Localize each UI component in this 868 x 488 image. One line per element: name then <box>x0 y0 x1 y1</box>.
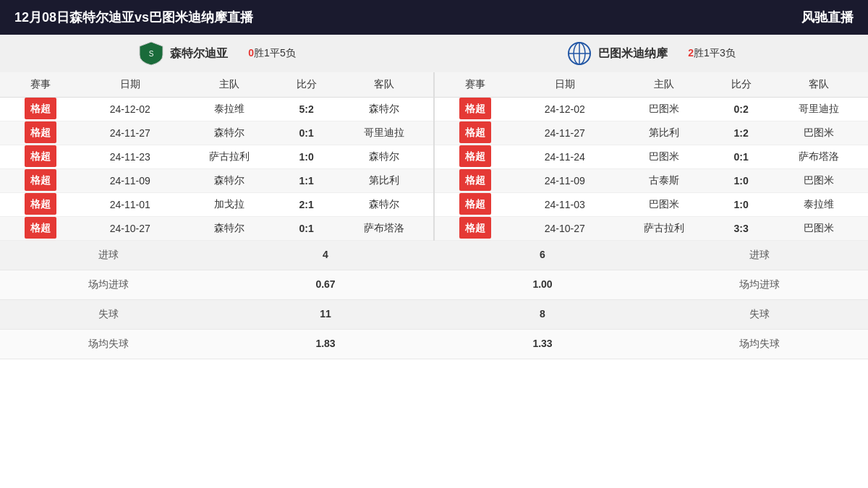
match-date: 24-11-27 <box>80 121 179 145</box>
match-date: 24-11-09 <box>80 169 179 193</box>
match-home: 萨古拉利 <box>614 217 713 241</box>
stat-value-left: 1.83 <box>217 330 434 359</box>
stat-label-right: 失球 <box>651 300 868 329</box>
match-type: 格超 <box>435 169 515 193</box>
match-score: 0:1 <box>278 217 334 241</box>
left-col-match: 赛事 <box>0 72 80 98</box>
match-date: 24-11-23 <box>80 145 179 169</box>
match-home: 第比利 <box>614 121 713 145</box>
stats-row: 失球 11 8 失球 <box>0 300 868 330</box>
match-score: 0:2 <box>713 98 769 121</box>
match-away: 森特尔 <box>334 193 433 217</box>
match-home: 萨古拉利 <box>179 145 278 169</box>
left-table-row: 格超 24-10-27 森特尔 0:1 萨布塔洛 <box>0 217 433 241</box>
match-type: 格超 <box>435 121 515 145</box>
match-date: 24-11-24 <box>515 145 614 169</box>
match-home: 森特尔 <box>179 169 278 193</box>
right-team-name: 巴图米迪纳摩 <box>598 46 668 61</box>
left-col-score: 比分 <box>278 72 334 98</box>
left-matches-table: 赛事 日期 主队 比分 客队 格超 24-12-02 泰拉维 5:2 森特尔 格… <box>0 72 433 241</box>
stats-section: 进球 4 6 进球 场均进球 0.67 1.00 场均进球 失球 11 8 失球… <box>0 241 868 359</box>
match-home: 加戈拉 <box>179 193 278 217</box>
right-table-row: 格超 24-12-02 巴图米 0:2 哥里迪拉 <box>435 98 868 121</box>
match-score: 5:2 <box>278 98 334 121</box>
right-team-record: 2胜1平3负 <box>688 47 735 60</box>
left-col-home: 主队 <box>179 72 278 98</box>
stat-value-right: 8 <box>434 300 651 329</box>
left-team-record: 0胜1平5负 <box>248 47 295 60</box>
match-type: 格超 <box>435 98 515 121</box>
stat-label-right: 场均失球 <box>651 330 868 359</box>
match-date: 24-10-27 <box>515 217 614 241</box>
match-away: 哥里迪拉 <box>769 98 868 121</box>
match-home: 森特尔 <box>179 121 278 145</box>
match-score: 2:1 <box>278 193 334 217</box>
teams-row: S 森特尔迪亚 0胜1平5负 巴图米迪纳摩 2胜1平3负 <box>0 35 868 72</box>
match-score: 1:0 <box>278 145 334 169</box>
stat-label-left: 进球 <box>0 241 217 270</box>
right-col-home: 主队 <box>614 72 713 98</box>
stats-row: 场均失球 1.83 1.33 场均失球 <box>0 330 868 359</box>
match-type: 格超 <box>0 193 80 217</box>
match-score: 0:1 <box>713 145 769 169</box>
match-date: 24-11-27 <box>515 121 614 145</box>
right-table-row: 格超 24-11-27 第比利 1:2 巴图米 <box>435 121 868 145</box>
stat-label-right: 进球 <box>651 241 868 270</box>
stats-row: 进球 4 6 进球 <box>0 241 868 270</box>
match-type: 格超 <box>0 98 80 121</box>
match-away: 巴图米 <box>769 217 868 241</box>
left-team-section: S 森特尔迪亚 0胜1平5负 <box>0 40 434 67</box>
stat-label-left: 场均失球 <box>0 330 217 359</box>
left-table-row: 格超 24-11-09 森特尔 1:1 第比利 <box>0 169 433 193</box>
right-table-row: 格超 24-11-24 巴图米 0:1 萨布塔洛 <box>435 145 868 169</box>
match-away: 第比利 <box>334 169 433 193</box>
right-table-header: 赛事 日期 主队 比分 客队 <box>435 72 868 98</box>
right-table-container: 赛事 日期 主队 比分 客队 格超 24-12-02 巴图米 0:2 哥里迪拉 … <box>435 72 868 241</box>
stat-value-left: 0.67 <box>217 270 434 299</box>
match-type: 格超 <box>0 169 80 193</box>
left-col-date: 日期 <box>80 72 179 98</box>
match-away: 巴图米 <box>769 169 868 193</box>
right-table-row: 格超 24-10-27 萨古拉利 3:3 巴图米 <box>435 217 868 241</box>
right-col-match: 赛事 <box>435 72 515 98</box>
match-away: 泰拉维 <box>769 193 868 217</box>
match-date: 24-11-03 <box>515 193 614 217</box>
page-title: 12月08日森特尔迪亚vs巴图米迪纳摩直播 <box>14 9 253 26</box>
match-home: 森特尔 <box>179 217 278 241</box>
left-team-name: 森特尔迪亚 <box>170 46 228 61</box>
stat-label-right: 场均进球 <box>651 270 868 299</box>
match-date: 24-11-09 <box>515 169 614 193</box>
page-header: 12月08日森特尔迪亚vs巴图米迪纳摩直播 风驰直播 <box>0 0 868 35</box>
main-tables: 赛事 日期 主队 比分 客队 格超 24-12-02 泰拉维 5:2 森特尔 格… <box>0 72 868 241</box>
match-score: 1:2 <box>713 121 769 145</box>
match-type: 格超 <box>0 145 80 169</box>
match-score: 1:1 <box>278 169 334 193</box>
match-score: 1:0 <box>713 169 769 193</box>
match-type: 格超 <box>0 121 80 145</box>
match-away: 森特尔 <box>334 98 433 121</box>
match-date: 24-11-01 <box>80 193 179 217</box>
match-type: 格超 <box>435 145 515 169</box>
match-date: 24-10-27 <box>80 217 179 241</box>
svg-text:S: S <box>149 50 154 58</box>
left-table-row: 格超 24-11-23 萨古拉利 1:0 森特尔 <box>0 145 433 169</box>
stats-row: 场均进球 0.67 1.00 场均进球 <box>0 270 868 300</box>
left-col-away: 客队 <box>334 72 433 98</box>
left-table-header: 赛事 日期 主队 比分 客队 <box>0 72 433 98</box>
match-home: 巴图米 <box>614 145 713 169</box>
left-table-row: 格超 24-12-02 泰拉维 5:2 森特尔 <box>0 98 433 121</box>
match-away: 萨布塔洛 <box>769 145 868 169</box>
stat-value-right: 6 <box>434 241 651 270</box>
stat-label-left: 场均进球 <box>0 270 217 299</box>
match-date: 24-12-02 <box>80 98 179 121</box>
right-team-section: 巴图米迪纳摩 2胜1平3负 <box>434 40 868 67</box>
left-table-row: 格超 24-11-01 加戈拉 2:1 森特尔 <box>0 193 433 217</box>
match-type: 格超 <box>435 217 515 241</box>
match-away: 森特尔 <box>334 145 433 169</box>
stat-value-right: 1.33 <box>434 330 651 359</box>
left-team-logo: S <box>138 40 164 67</box>
stat-value-left: 11 <box>217 300 434 329</box>
right-matches-table: 赛事 日期 主队 比分 客队 格超 24-12-02 巴图米 0:2 哥里迪拉 … <box>435 72 868 241</box>
stat-value-right: 1.00 <box>434 270 651 299</box>
match-score: 0:1 <box>278 121 334 145</box>
